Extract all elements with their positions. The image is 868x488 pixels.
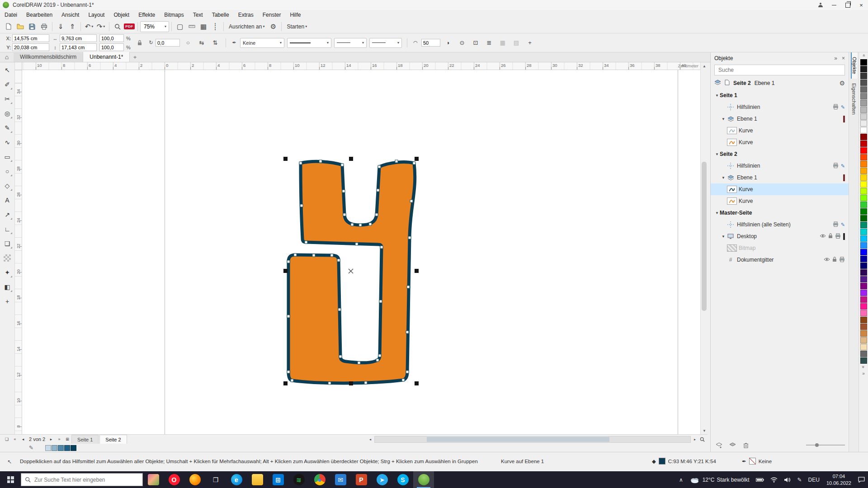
shape-tool[interactable]: ✐ — [1, 79, 13, 90]
interactive-fill-tool[interactable]: ◧ — [1, 281, 13, 293]
menu-item-objekt[interactable]: Objekt — [109, 10, 134, 20]
palette-swatch-37[interactable] — [860, 310, 867, 316]
curve-node[interactable] — [337, 259, 340, 262]
curve-node[interactable] — [402, 379, 405, 381]
close-button[interactable]: × — [854, 0, 868, 10]
scale-v-field[interactable] — [99, 43, 124, 51]
page-tab-seite-2[interactable]: Seite 2 — [99, 435, 127, 444]
start-button[interactable] — [0, 471, 21, 488]
new-master-layer-button[interactable] — [728, 441, 737, 450]
palette-swatch-0[interactable] — [860, 59, 867, 66]
selection-handle[interactable] — [349, 157, 353, 161]
object-position-button[interactable]: ⊡ — [470, 38, 481, 48]
rectangle-tool[interactable]: ▭ — [1, 151, 13, 163]
palette-swatch-21[interactable] — [860, 202, 867, 208]
tree-row-dokumentgitter[interactable]: #Dokumentgitter — [711, 254, 849, 266]
palette-swatch-27[interactable] — [860, 242, 867, 249]
taskbar-search-box[interactable] — [21, 473, 143, 486]
reduce-nodes-button[interactable]: ⊙ — [457, 38, 467, 48]
notification-center-icon[interactable] — [855, 471, 868, 488]
tree-row-kurve[interactable]: Kurve — [711, 136, 849, 148]
tree-row-ebene-1[interactable]: ▼Ebene 1 — [711, 113, 849, 125]
welcome-home-button[interactable]: ⌂ — [0, 52, 14, 62]
last-page-button[interactable]: » — [55, 435, 63, 443]
telegram-icon[interactable]: ➤ — [372, 471, 392, 488]
zoom-tool[interactable]: ◎ — [1, 108, 13, 119]
crop-tool[interactable]: ✂ — [1, 93, 13, 105]
volume-icon[interactable] — [781, 471, 794, 488]
lock-ratio-button[interactable] — [134, 38, 145, 48]
selection-handle[interactable] — [415, 157, 419, 161]
add-property-button[interactable]: + — [524, 38, 535, 48]
palette-swatch-5[interactable] — [860, 93, 867, 99]
document-swatch-1[interactable] — [52, 445, 57, 451]
palette-eyedropper-icon[interactable]: ✎ — [29, 445, 33, 451]
selection-handle[interactable] — [415, 381, 419, 385]
rotation-field[interactable] — [156, 39, 180, 47]
drop-shadow-tool[interactable]: ❏ — [1, 238, 13, 249]
visibility-eye-icon[interactable] — [820, 233, 826, 239]
canvas-vertical-scrollbar[interactable]: ▲ ▼ — [700, 62, 708, 434]
text-tool[interactable]: A — [1, 194, 13, 206]
curve-node[interactable] — [338, 308, 341, 311]
curve-node[interactable] — [369, 223, 372, 225]
curve-node[interactable] — [406, 331, 409, 333]
palette-swatch-15[interactable] — [860, 161, 867, 167]
pen-icon[interactable]: ✎ — [794, 471, 805, 488]
menu-item-datei[interactable]: Datei — [0, 10, 22, 20]
curve-node[interactable] — [378, 354, 381, 357]
palette-swatch-8[interactable] — [860, 113, 867, 120]
arrow-start-combo[interactable]: ▾ — [334, 38, 367, 48]
palette-swatch-39[interactable] — [860, 324, 867, 330]
zoom-level-combo[interactable]: ▾ — [140, 21, 169, 32]
launch-menu[interactable]: Starten ▾ — [284, 21, 310, 32]
curve-node[interactable] — [376, 359, 379, 361]
horizontal-ruler[interactable]: Zentimeter 10864202468101214161820222426… — [22, 62, 700, 70]
lock-icon[interactable] — [828, 233, 833, 240]
edit-pencil-icon[interactable]: ✎ — [841, 222, 845, 228]
curve-node[interactable] — [375, 213, 378, 216]
vertical-scroll-thumb[interactable] — [702, 162, 707, 311]
publish-pdf-button[interactable]: PDF — [123, 21, 135, 32]
line-style-combo[interactable]: ▾ — [287, 38, 331, 48]
mail-icon[interactable]: ✉ — [330, 471, 351, 488]
outline-width-combo[interactable]: Keine ▾ — [240, 38, 284, 48]
palette-swatch-12[interactable] — [860, 141, 867, 147]
palette-swatch-24[interactable] — [860, 222, 867, 228]
curve-node[interactable] — [291, 379, 293, 382]
curve-node[interactable] — [342, 190, 345, 192]
palette-swatch-41[interactable] — [860, 337, 867, 343]
curve-node[interactable] — [294, 253, 297, 256]
tree-row-kurve[interactable]: Kurve — [711, 125, 849, 136]
curve-node[interactable] — [377, 189, 379, 192]
palette-swatch-14[interactable] — [860, 154, 867, 160]
palette-swatch-22[interactable] — [860, 208, 867, 215]
search-highlight-icon[interactable] — [143, 471, 164, 488]
palette-swatch-25[interactable] — [860, 229, 867, 235]
visibility-eye-icon[interactable] — [824, 257, 830, 263]
selection-handle[interactable] — [349, 381, 353, 385]
fill-color-swatch[interactable] — [659, 458, 665, 465]
palette-swatch-7[interactable] — [860, 107, 867, 113]
curve-node[interactable] — [339, 355, 342, 358]
menu-item-fenster[interactable]: Fenster — [258, 10, 286, 20]
palette-swatch-10[interactable] — [860, 127, 867, 133]
palette-swatch-31[interactable] — [860, 269, 867, 276]
selection-handle[interactable] — [415, 269, 419, 273]
snap-to-menu[interactable]: Ausrichten an ▾ — [226, 21, 267, 32]
scroll-up-icon[interactable]: ▲ — [701, 62, 708, 70]
printable-icon[interactable] — [833, 221, 839, 228]
lock-icon[interactable] — [832, 257, 837, 263]
palette-swatch-30[interactable] — [860, 263, 867, 269]
dimension-tool[interactable]: ↗ — [1, 209, 13, 221]
objects-search-input[interactable] — [717, 66, 842, 74]
palette-swatch-20[interactable] — [860, 195, 867, 201]
new-document-button[interactable] — [3, 21, 14, 32]
document-swatch-4[interactable] — [71, 445, 76, 451]
palette-scroll-down-icon[interactable]: » — [860, 366, 867, 368]
horizontal-scroll-thumb[interactable] — [427, 437, 609, 442]
palette-swatch-28[interactable] — [860, 249, 867, 255]
page-edge-line[interactable] — [678, 70, 678, 434]
open-document-button[interactable] — [14, 21, 26, 32]
curve-node[interactable] — [406, 371, 409, 373]
